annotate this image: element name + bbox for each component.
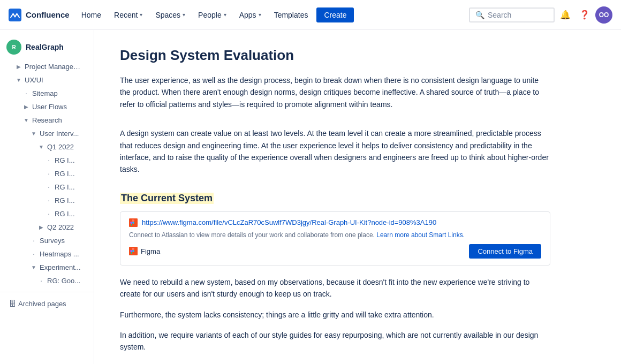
- nav-apps[interactable]: Apps ▾: [234, 7, 267, 22]
- nav-templates[interactable]: Templates: [269, 7, 314, 22]
- help-button[interactable]: ❓: [576, 6, 593, 24]
- sidebar-item-q1-2022[interactable]: ▼ Q1 2022: [2, 140, 92, 154]
- expand-icon: ▶: [37, 224, 45, 230]
- search-placeholder: Search: [488, 11, 511, 19]
- sidebar-label: Experiment...: [40, 263, 85, 271]
- help-icon: ❓: [579, 10, 590, 20]
- bell-icon: 🔔: [560, 10, 571, 20]
- dot-icon: •: [45, 213, 52, 216]
- workspace-title: RealGraph: [26, 43, 64, 51]
- sidebar-item-q2-2022[interactable]: ▶ Q2 2022: [2, 221, 92, 234]
- sidebar-label: RG I...: [55, 196, 85, 204]
- sidebar-footer: 🗄 Archived pages: [0, 292, 94, 310]
- dot-icon: •: [37, 279, 45, 283]
- figma-url-row: https://www.figma.com/file/vCLcZaR70cSuw…: [129, 218, 541, 227]
- sidebar-item-surveys[interactable]: • Surveys: [2, 234, 92, 247]
- paragraph-5: In addition, we require variants of each…: [120, 329, 550, 353]
- sidebar-item-rg3[interactable]: • RG I...: [2, 180, 92, 194]
- sidebar: R RealGraph ▶ Project Management ▼ UX/UI…: [0, 30, 94, 364]
- content-area: Design System Evaluation The user experi…: [94, 30, 576, 364]
- figma-link-card: https://www.figma.com/file/vCLcZaR70cSuw…: [120, 211, 550, 266]
- search-icon: 🔍: [475, 11, 484, 19]
- apps-chevron-icon: ▾: [259, 12, 261, 18]
- collapse-icon: ▼: [22, 117, 30, 123]
- sidebar-label: Surveys: [40, 237, 85, 245]
- workspace-avatar: R: [6, 40, 21, 55]
- search-box[interactable]: 🔍 Search: [469, 7, 555, 22]
- main-layout: R RealGraph ▶ Project Management ▼ UX/UI…: [0, 30, 621, 364]
- section-heading-current-system: The Current System: [120, 193, 214, 204]
- nav-spaces[interactable]: Spaces ▾: [150, 7, 191, 22]
- sidebar-label: RG I...: [55, 183, 85, 191]
- learn-more-link[interactable]: Learn more about Smart Links.: [376, 231, 465, 239]
- sidebar-item-uxui[interactable]: ▼ UX/UI: [2, 73, 92, 87]
- paragraph-1: The user experience, as well as the desi…: [120, 74, 550, 110]
- connect-description: Connect to Atlassian to view more detail…: [129, 231, 541, 239]
- sidebar-item-rg-goo[interactable]: • RG: Goo...: [2, 274, 92, 287]
- dot-icon: •: [22, 92, 30, 95]
- svg-rect-0: [9, 9, 21, 21]
- paragraph-2: A design system can create value on at l…: [120, 127, 550, 176]
- confluence-icon: [9, 9, 21, 21]
- collapse-icon: ▼: [30, 264, 37, 270]
- sidebar-item-rg5[interactable]: • RG I...: [2, 207, 92, 221]
- logo[interactable]: Confluence: [9, 9, 70, 21]
- sidebar-item-project-management[interactable]: ▶ Project Management: [2, 60, 92, 73]
- figma-url-icon: [129, 218, 138, 227]
- page-title: Design System Evaluation: [120, 47, 550, 64]
- collapse-icon: ▼: [37, 144, 45, 150]
- expand-icon: ▶: [15, 64, 22, 70]
- sidebar-label: RG: Goo...: [47, 277, 85, 285]
- collapse-icon: ▼: [15, 77, 22, 83]
- nav-home[interactable]: Home: [76, 7, 107, 22]
- paragraph-4: Furthermore, the system lacks consistenc…: [120, 309, 550, 321]
- sidebar-label: Q2 2022: [47, 223, 85, 231]
- dot-icon: •: [30, 253, 37, 256]
- sidebar-item-user-flows[interactable]: ▶ User Flows: [2, 100, 92, 113]
- sidebar-label: User Interv...: [40, 130, 85, 138]
- sidebar-label: UX/UI: [25, 76, 85, 84]
- sidebar-header: R RealGraph: [0, 36, 94, 60]
- dot-icon: •: [45, 172, 52, 176]
- figma-footer-icon: [129, 247, 138, 255]
- sidebar-label: Heatmaps ...: [40, 250, 85, 258]
- dot-icon: •: [30, 239, 37, 242]
- recent-chevron-icon: ▾: [140, 12, 142, 18]
- user-avatar[interactable]: OO: [595, 6, 612, 24]
- dot-icon: •: [45, 159, 52, 162]
- dot-icon: •: [45, 199, 52, 202]
- people-chevron-icon: ▾: [224, 12, 226, 18]
- sidebar-item-rg1[interactable]: • RG I...: [2, 154, 92, 167]
- sidebar-item-rg4[interactable]: • RG I...: [2, 194, 92, 207]
- link-card-footer: Figma Connect to Figma: [129, 244, 541, 259]
- expand-icon: ▶: [22, 104, 30, 110]
- sidebar-label: Research: [32, 116, 85, 124]
- nav-people[interactable]: People ▾: [193, 7, 232, 22]
- notifications-button[interactable]: 🔔: [557, 6, 574, 24]
- sidebar-label: Archived pages: [18, 300, 85, 308]
- nav-recent[interactable]: Recent ▾: [109, 7, 148, 22]
- sidebar-label: Q1 2022: [47, 143, 85, 151]
- sidebar-item-user-interviews[interactable]: ▼ User Interv...: [2, 127, 92, 140]
- sidebar-item-experiments[interactable]: ▼ Experiment...: [2, 261, 92, 274]
- collapse-icon: ▼: [30, 131, 37, 136]
- archive-icon: 🗄: [9, 299, 16, 308]
- sidebar-item-heatmaps[interactable]: • Heatmaps ...: [2, 247, 92, 261]
- archived-pages-link[interactable]: 🗄 Archived pages: [2, 297, 92, 310]
- paragraph-3: We need to rebuild a new system, based o…: [120, 276, 550, 300]
- spaces-chevron-icon: ▾: [183, 12, 185, 18]
- logo-text: Confluence: [26, 10, 70, 19]
- create-button[interactable]: Create: [316, 7, 354, 22]
- top-navigation: Confluence Home Recent ▾ Spaces ▾ People…: [0, 0, 621, 30]
- sidebar-item-sitemap[interactable]: • Sitemap: [2, 87, 92, 100]
- sidebar-label: RG I...: [55, 170, 85, 178]
- sidebar-item-rg2[interactable]: • RG I...: [2, 167, 92, 180]
- sidebar-label: Sitemap: [32, 89, 85, 97]
- connect-to-figma-button[interactable]: Connect to Figma: [469, 244, 541, 259]
- sidebar-label: Project Management: [25, 63, 85, 71]
- sidebar-label: User Flows: [32, 103, 85, 111]
- figma-url-link[interactable]: https://www.figma.com/file/vCLcZaR70cSuw…: [142, 218, 436, 226]
- sidebar-label: RG I...: [55, 156, 85, 164]
- sidebar-item-research[interactable]: ▼ Research: [2, 113, 92, 127]
- dot-icon: •: [45, 186, 52, 189]
